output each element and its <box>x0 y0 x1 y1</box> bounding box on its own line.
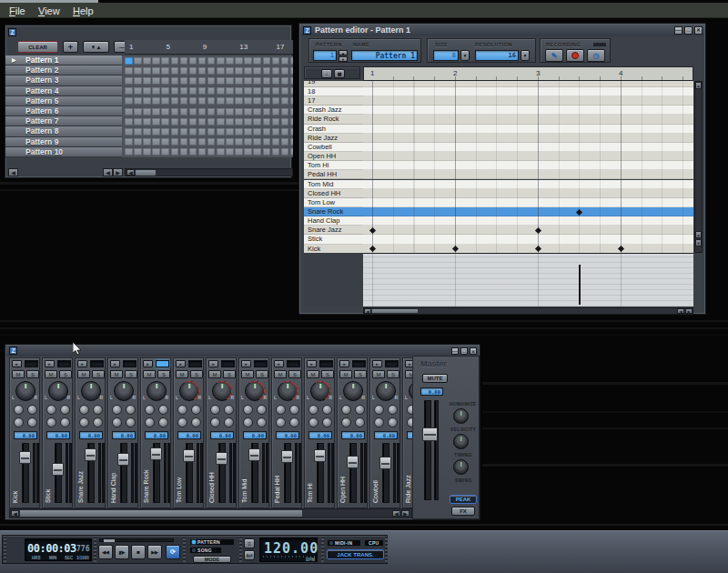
minimize-icon[interactable]: — <box>674 26 682 35</box>
instrument-name[interactable]: Snare Jazz <box>304 226 363 235</box>
scroll-right-icon[interactable]: ▶ <box>401 510 410 517</box>
sequence-cell[interactable] <box>244 77 252 85</box>
scroll-left-icon[interactable]: ◀ <box>677 308 684 314</box>
slider-thumb[interactable] <box>104 539 115 542</box>
fx1-send-knob[interactable] <box>341 405 351 415</box>
sequence-cell[interactable] <box>281 128 289 136</box>
instrument-note-track[interactable] <box>363 143 693 152</box>
fader-handle[interactable] <box>52 463 64 476</box>
fx2-send-knob[interactable] <box>191 405 201 415</box>
mixer-scrollbar[interactable]: ◀ ◀ ▶ <box>9 508 412 518</box>
sequence-cell[interactable] <box>198 118 207 126</box>
size-dropdown-icon[interactable]: ▼ <box>460 50 470 61</box>
sequence-cell[interactable] <box>226 148 234 156</box>
sequence-cell[interactable] <box>281 57 289 65</box>
scroll-right-icon[interactable]: ▶ <box>685 308 693 314</box>
instrument-note-track[interactable] <box>363 170 693 179</box>
fx2-send-knob[interactable] <box>224 405 234 415</box>
sequence-cell[interactable] <box>217 148 225 156</box>
instrument-name[interactable]: Tom Low <box>304 198 363 207</box>
peak-button[interactable]: PEAK <box>450 495 477 504</box>
fx3-send-knob[interactable] <box>243 417 253 427</box>
sequence-cell[interactable] <box>171 148 179 156</box>
sequence-cell[interactable] <box>180 128 188 136</box>
playback-track-slider[interactable] <box>99 538 174 542</box>
menu-view[interactable]: View <box>38 5 60 16</box>
sequence-cell[interactable] <box>235 108 243 116</box>
scroll-right-icon[interactable]: ▶ <box>113 168 123 176</box>
sequence-cell[interactable] <box>263 118 271 126</box>
pan-knob[interactable] <box>212 381 232 401</box>
menu-file[interactable]: File <box>9 5 25 16</box>
sequence-cell[interactable] <box>171 108 179 116</box>
sequence-cell[interactable] <box>207 148 216 156</box>
fx3-send-knob[interactable] <box>177 417 187 427</box>
sequence-cell[interactable] <box>290 138 293 146</box>
fader-handle[interactable] <box>379 457 391 469</box>
sequence-cell[interactable] <box>235 118 243 126</box>
sequence-cell[interactable] <box>180 108 188 116</box>
sequence-cell[interactable] <box>134 108 142 116</box>
pan-knob[interactable] <box>343 381 363 401</box>
sequence-cell[interactable] <box>134 97 142 105</box>
instrument-note-track[interactable] <box>363 152 693 161</box>
sequence-cell[interactable] <box>171 128 179 136</box>
scroll-left-icon[interactable]: ◀ <box>103 168 113 176</box>
fx4-send-knob[interactable] <box>60 417 70 427</box>
master-mute-button[interactable]: MUTE <box>422 374 448 383</box>
instrument-note-track[interactable] <box>363 106 693 115</box>
pattern-name[interactable]: ▶Pattern 1 <box>5 55 122 65</box>
fader-handle[interactable] <box>314 449 326 462</box>
sequence-cell[interactable] <box>125 128 133 136</box>
sequence-cell[interactable] <box>189 67 197 75</box>
fader-handle[interactable] <box>281 450 293 463</box>
sequence-cell[interactable] <box>125 138 133 146</box>
instrument-name[interactable]: Snare Rock <box>304 207 363 216</box>
sequence-cell[interactable] <box>189 97 197 105</box>
scroll-up-icon[interactable]: ▲ <box>695 231 702 238</box>
sequence-cell[interactable] <box>198 148 207 156</box>
sequence-cell[interactable] <box>180 67 188 75</box>
sequence-cell[interactable] <box>198 128 207 136</box>
sequence-cell[interactable] <box>217 128 225 136</box>
pattern-sequence-track[interactable] <box>122 147 293 157</box>
fx2-send-knob[interactable] <box>60 405 70 415</box>
pattern-sequence-track[interactable] <box>122 106 293 116</box>
loop-button[interactable]: ⟳ <box>166 545 180 559</box>
solo-button[interactable]: S <box>387 370 399 378</box>
sequence-cell[interactable] <box>125 97 133 105</box>
pattern-name[interactable]: Pattern 5 <box>5 96 122 106</box>
mute-button[interactable]: M <box>110 370 123 378</box>
mute-button[interactable]: M <box>307 370 319 378</box>
sequence-cell[interactable] <box>226 108 234 116</box>
fader-handle[interactable] <box>117 453 129 466</box>
sequence-cell[interactable] <box>290 118 293 126</box>
scroll-left-icon[interactable]: ◀ <box>8 168 18 176</box>
fx4-send-knob[interactable] <box>191 417 201 427</box>
sequence-cell[interactable] <box>152 138 160 146</box>
clear-pattern-sequence-button[interactable]: CLEAR <box>17 41 58 53</box>
stop-button[interactable]: ■ <box>131 545 146 559</box>
pattern-sequence-track[interactable] <box>122 126 293 136</box>
instrument-note-track[interactable] <box>363 245 693 253</box>
sequence-cell[interactable] <box>161 87 169 95</box>
horizontal-scrollbar[interactable]: ◀ ◀ ▶ <box>363 307 693 315</box>
trigger-button[interactable]: ▸ <box>339 360 349 367</box>
trigger-button[interactable]: ▸ <box>77 360 87 367</box>
humanize-velocity-knob[interactable] <box>453 408 469 424</box>
sequence-cell[interactable] <box>272 57 280 65</box>
fx3-send-knob[interactable] <box>210 417 220 427</box>
sequence-cell[interactable] <box>207 77 216 85</box>
sequence-cell[interactable] <box>235 128 243 136</box>
pan-knob[interactable] <box>278 381 298 401</box>
sequence-cell[interactable] <box>161 148 169 156</box>
fader-handle[interactable] <box>248 448 260 461</box>
instrument-note-track[interactable] <box>363 87 693 96</box>
scrollbar-thumb[interactable] <box>136 170 156 176</box>
sequence-cell[interactable] <box>207 108 216 116</box>
trigger-button[interactable]: ▸ <box>110 360 120 367</box>
trigger-button[interactable]: ▸ <box>176 360 186 367</box>
fx3-send-knob[interactable] <box>374 417 384 427</box>
sequence-cell[interactable] <box>244 97 252 105</box>
instrument-note-track[interactable] <box>363 235 693 244</box>
